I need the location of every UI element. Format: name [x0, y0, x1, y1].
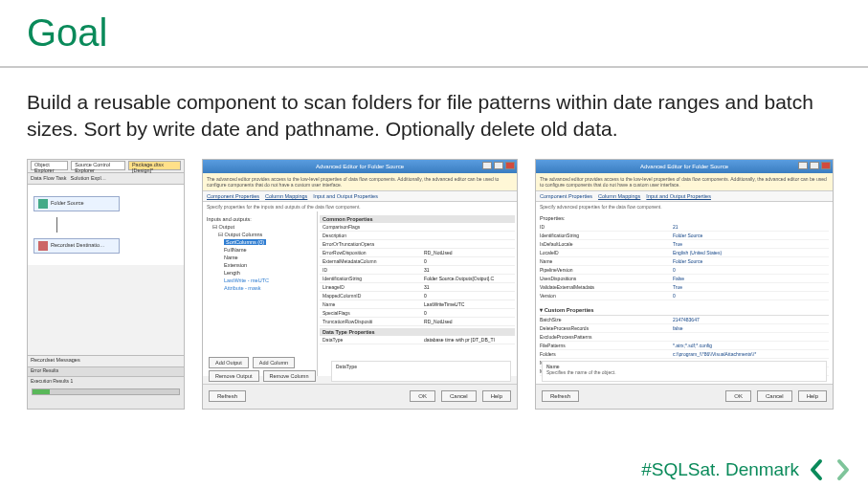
tab-package-design[interactable]: Package.dtsx [Design]* [128, 161, 181, 170]
property-row[interactable]: ErrorRowDispositionRD_NotUsed [320, 249, 515, 257]
nav-io-props[interactable]: Input and Output Properties [313, 193, 378, 199]
property-value[interactable]: *.atrx;*.sdf;*.config [673, 343, 829, 348]
property-row[interactable]: ID21 [540, 223, 829, 232]
property-row[interactable]: NameLastWriteTimeUTC [320, 300, 515, 309]
property-value[interactable]: Folder Source [673, 258, 829, 264]
property-row[interactable]: IdentificationStringFolder Source.Output… [320, 275, 515, 283]
nav-io-props[interactable]: Input and Output Properties [646, 193, 711, 199]
cancel-button[interactable]: Cancel [757, 390, 792, 402]
property-row[interactable]: ID31 [320, 266, 515, 275]
remove-column-button[interactable]: Remove Column [263, 370, 316, 382]
property-value[interactable] [421, 223, 515, 231]
ok-button[interactable]: OK [410, 390, 435, 402]
tree-col-attributemask[interactable]: Attribute - mask [224, 284, 313, 292]
tree-col-length[interactable]: Length [224, 269, 313, 277]
node-recordset-dest[interactable]: Recordset Destinatio… [33, 238, 120, 254]
property-row[interactable]: DeleteProcessRecordsfalse [540, 324, 829, 333]
property-row[interactable]: NameFolder Source [540, 257, 829, 266]
property-row[interactable]: ExcludeProcessPatterns [540, 333, 829, 342]
property-value[interactable] [421, 240, 515, 248]
property-value[interactable]: English (United States) [673, 250, 829, 255]
node-folder-source[interactable]: Folder Source [33, 196, 120, 211]
property-row[interactable]: BatchSize2147483647 [540, 316, 829, 324]
property-row[interactable]: ExternalMetadataColumn0 [320, 257, 515, 266]
tree-col-extension[interactable]: Extension [224, 261, 313, 269]
property-row[interactable]: IsDefaultLocaleTrue [540, 240, 829, 249]
tree-output-columns[interactable]: ⊟ Output Columns [218, 231, 313, 238]
property-value[interactable]: RD_NotUsed [421, 318, 515, 325]
maximize-button[interactable] [810, 162, 819, 169]
property-value[interactable]: Folder Source.Outputs[Output].C [421, 275, 515, 282]
property-grid[interactable]: Common Properties ComparisonFlagsDescrip… [318, 211, 517, 376]
tree-col-sortcolumns[interactable]: SortColumns (0) [224, 239, 266, 245]
nav-column-mappings[interactable]: Column Mappings [265, 193, 307, 199]
property-value[interactable]: Folder Source [673, 233, 829, 238]
toolbar-item-solution[interactable]: Solution Expl… [71, 175, 107, 181]
property-value[interactable]: LastWriteTimeUTC [421, 300, 515, 308]
property-row[interactable]: Description [320, 232, 515, 240]
help-button[interactable]: Help [798, 390, 827, 402]
property-value[interactable]: True [673, 284, 829, 290]
property-row[interactable]: MappedColumnID0 [320, 292, 515, 300]
property-row[interactable]: TruncationRowDispositiRD_NotUsed [320, 318, 515, 326]
property-row[interactable]: SpecialFlags0 [320, 309, 515, 318]
property-value[interactable]: 0 [421, 257, 515, 265]
error-list-tab[interactable]: Error Results [28, 367, 184, 377]
property-row[interactable]: FilePatterns*.atrx;*.sdf;*.config [540, 342, 829, 350]
property-row[interactable]: LocaleIDEnglish (United States) [540, 249, 829, 257]
tab-source-control[interactable]: Source Control Explorer [71, 161, 125, 170]
property-row[interactable]: ValidateExternalMetadataTrue [540, 283, 829, 292]
nav-component-props[interactable]: Component Properties [207, 193, 259, 199]
minimize-button[interactable] [798, 162, 808, 169]
cancel-button[interactable]: Cancel [441, 390, 477, 402]
property-value[interactable] [421, 232, 515, 239]
add-column-button[interactable]: Add Column [253, 357, 295, 368]
messages-panel-header[interactable]: Recordset Messages [28, 355, 184, 366]
property-value[interactable] [673, 334, 829, 340]
refresh-button[interactable]: Refresh [209, 390, 246, 402]
help-button[interactable]: Help [482, 390, 511, 402]
close-button[interactable] [821, 162, 831, 169]
minimize-button[interactable] [482, 162, 492, 169]
nav-component-props[interactable]: Component Properties [540, 193, 592, 199]
add-output-button[interactable]: Add Output [209, 357, 249, 368]
tree-col-fullname[interactable]: FullName [224, 246, 313, 254]
property-value[interactable]: 21 [673, 224, 829, 230]
property-row[interactable]: PipelineVersion0 [540, 266, 829, 275]
property-row[interactable]: IdentificationStringFolder Source [540, 232, 829, 240]
property-row[interactable]: DataTypedatabase time with pr [DT_DB_TI [320, 336, 515, 344]
property-value[interactable]: 31 [421, 266, 515, 274]
design-canvas[interactable]: Folder Source Recordset Destinatio… [28, 185, 184, 265]
property-value[interactable]: False [673, 276, 829, 281]
ok-button[interactable]: OK [725, 390, 751, 402]
property-row[interactable]: Version0 [540, 292, 829, 300]
tree-col-name[interactable]: Name [224, 254, 313, 261]
property-value[interactable]: RD_NotUsed [421, 249, 515, 256]
property-value[interactable]: c:\\program_\\*86\\VisualAttachments\\* [673, 351, 829, 357]
refresh-button[interactable]: Refresh [542, 390, 579, 402]
property-row[interactable]: UsesDispositionsFalse [540, 275, 829, 283]
property-row[interactable]: Foldersc:\\program_\\*86\\VisualAttachme… [540, 350, 829, 359]
property-value[interactable]: false [673, 325, 829, 331]
property-value[interactable]: 0 [421, 309, 515, 317]
maximize-button[interactable] [494, 162, 503, 169]
property-value[interactable]: 2147483647 [673, 317, 829, 322]
property-value[interactable]: database time with pr [DT_DB_TI [421, 336, 515, 344]
property-row[interactable]: ErrorOrTruncationOpera [320, 240, 515, 249]
nav-column-mappings[interactable]: Column Mappings [598, 193, 640, 199]
io-tree[interactable]: Inputs and outputs: ⊟ Output ⊟ Output Co… [203, 211, 318, 376]
property-row[interactable]: LineageID31 [320, 283, 515, 292]
property-value[interactable]: 0 [421, 292, 515, 299]
property-value[interactable]: True [673, 241, 829, 247]
tab-object-explorer[interactable]: Object Explorer [31, 161, 68, 170]
property-value[interactable]: 0 [673, 267, 829, 273]
tree-col-lastwrite[interactable]: LastWrite - meUTC [224, 277, 313, 284]
property-row[interactable]: ComparisonFlags [320, 223, 515, 232]
remove-output-button[interactable]: Remove Output [209, 370, 259, 382]
toolbar-item-dataflow[interactable]: Data Flow Task [31, 175, 67, 181]
tree-output[interactable]: ⊟ Output [212, 223, 313, 231]
property-value[interactable]: 31 [421, 283, 515, 291]
property-key: SpecialFlags [320, 309, 421, 317]
close-button[interactable] [505, 162, 515, 169]
property-value[interactable]: 0 [673, 293, 829, 299]
